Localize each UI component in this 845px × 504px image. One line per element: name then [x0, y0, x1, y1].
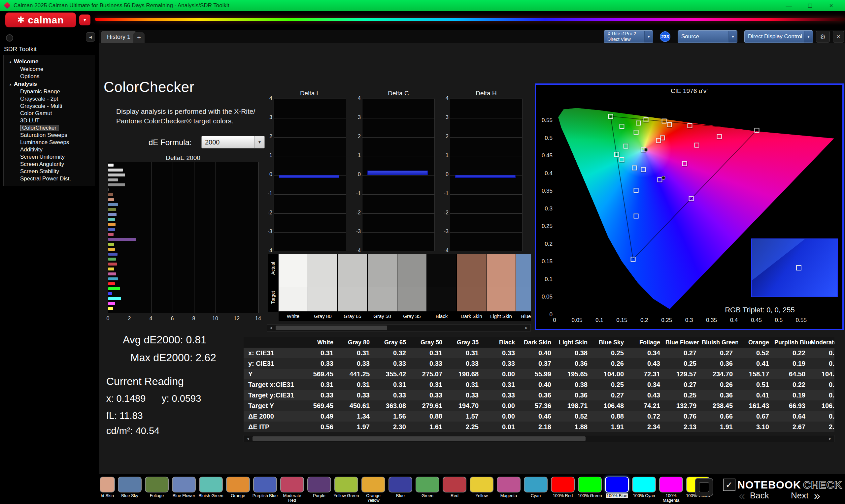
sidebar-item-additivity[interactable]: Additivity [4, 146, 95, 154]
patch-color [632, 476, 656, 492]
table-row-label: Target Y [244, 400, 302, 411]
sidebar-item-screen-uniformity[interactable]: Screen Uniformity [4, 154, 95, 161]
table-cell: 0.36 [702, 358, 738, 369]
sidebar-collapse-button[interactable]: ◄ [86, 32, 95, 41]
table-cell: 0.31 [411, 348, 447, 358]
sidebar-item-3d-lut[interactable]: 3D LUT [4, 117, 95, 124]
swatch-actual [338, 254, 367, 287]
sidebar-item-label: Screen Stability [20, 168, 59, 175]
sidebar-item-saturation-sweeps[interactable]: Saturation Sweeps [4, 132, 95, 139]
sidebar-item-screen-angularity[interactable]: Screen Angularity [4, 161, 95, 168]
next-button[interactable]: Next [791, 490, 808, 501]
scroll-right-icon[interactable]: ► [826, 436, 834, 441]
sidebar-item-options[interactable]: Options [4, 73, 95, 80]
table-cell: 0.66 [702, 411, 738, 421]
sidebar-item-grayscale-2pt[interactable]: Grayscale - 2pt [4, 95, 95, 103]
swatch-scrollbar[interactable]: ◄ ► [267, 324, 531, 331]
table-cell: 1.61 [411, 421, 447, 432]
scroll-left-icon[interactable]: ◄ [244, 436, 252, 441]
target-row-label: Target [268, 283, 278, 312]
close-workspace-button[interactable]: × [833, 31, 844, 42]
scrollbar-track[interactable] [275, 325, 523, 331]
scrollbar-thumb[interactable] [276, 326, 387, 330]
patch-cyan[interactable]: Cyan [523, 476, 549, 503]
back-button[interactable]: Back [750, 490, 769, 501]
patch-purple[interactable]: Purple [306, 476, 332, 503]
meter-dropdown[interactable]: X-Rite i1Pro 2 Direct View ▼ [604, 30, 653, 43]
scroll-right-icon[interactable]: ► [523, 326, 530, 330]
display-control-label: Direct Display Control [745, 33, 804, 40]
close-icon[interactable]: × [827, 2, 835, 9]
deltae-gridline [259, 162, 259, 313]
patch-100-magenta[interactable]: 100% Magenta [658, 476, 684, 503]
meter-reading-badge: 233 [660, 31, 670, 42]
deltae-bar-foliage [108, 208, 116, 211]
sidebar-group-welcome[interactable]: ▴Welcome [4, 58, 95, 66]
sidebar-item-screen-stability[interactable]: Screen Stability [4, 168, 95, 175]
current-fl: fL: 11.83 [106, 410, 143, 421]
patch-ht-skin[interactable]: ht Skin [99, 476, 116, 503]
patch-blue-flower[interactable]: Blue Flower [171, 476, 197, 503]
patch-blue[interactable]: Blue [388, 476, 413, 503]
patch-color [578, 476, 602, 492]
patch-100-cyan[interactable]: 100% Cyan [631, 476, 657, 503]
calman-menu-button[interactable]: ▼ [79, 15, 90, 25]
scrollbar-thumb[interactable] [252, 436, 585, 441]
cie-1976-chart[interactable]: CIE 1976 u'v' 00.050.10.150.20.250.30.35… [535, 84, 844, 330]
maximize-icon[interactable]: □ [806, 2, 814, 9]
patch-foliage[interactable]: Foliage [144, 476, 170, 503]
patch-magenta[interactable]: Magenta [496, 476, 522, 503]
max-de2000: Max dE2000: 2.62 [130, 352, 216, 364]
source-dropdown[interactable]: Source ▼ [677, 30, 737, 43]
delta-gridline [363, 232, 434, 233]
minimize-icon[interactable]: — [785, 2, 793, 9]
sidebar-item-spectral-power-dist[interactable]: Spectral Power Dist. [4, 175, 95, 182]
sidebar-item-label: Grayscale - 2pt [20, 96, 58, 102]
sidebar-item-color-gamut[interactable]: Color Gamut [4, 110, 95, 117]
patch-100-red[interactable]: 100% Red [550, 476, 576, 503]
sidebar-item-grayscale-multi[interactable]: Grayscale - Multi [4, 103, 95, 110]
table-corner [244, 337, 302, 348]
sidebar-item-luminance-sweeps[interactable]: Luminance Sweeps [4, 139, 95, 146]
delta-gridline [363, 194, 434, 195]
calman-logo-text: calman [28, 15, 64, 26]
swatch-target [308, 287, 337, 311]
delta-gridline [274, 232, 346, 233]
sidebar-item-welcome[interactable]: Welcome [4, 66, 95, 73]
settings-gear-button[interactable]: ⚙ [816, 31, 830, 42]
workflow-status-icon[interactable] [6, 34, 13, 41]
sidebar-item-colorchecker[interactable]: ColorChecker [4, 124, 95, 132]
scrollbar-track[interactable] [252, 435, 826, 442]
patch-red[interactable]: Red [442, 476, 468, 503]
add-tab-button[interactable]: + [133, 32, 145, 43]
patch-100-blue[interactable]: 100% Blue [604, 476, 630, 503]
table-cell: 0.33 [339, 390, 375, 400]
table-scrollbar[interactable]: ◄ ► [244, 435, 834, 442]
swatch-target [279, 287, 307, 311]
scroll-left-icon[interactable]: ◄ [267, 326, 275, 330]
table-cell: 66.93 [774, 400, 811, 411]
patch-moderate-red[interactable]: Moderate Red [279, 476, 305, 503]
patch-orange-yellow[interactable]: Orange Yellow [360, 476, 386, 503]
display-control-dropdown[interactable]: Direct Display Control ▼ [744, 30, 813, 43]
cie-point-cyan [619, 157, 624, 162]
table-cell: 0.33 [447, 390, 484, 400]
cie-point-100-red [754, 128, 759, 132]
patch-blue-sky[interactable]: Blue Sky [117, 476, 143, 503]
pattern-window-button[interactable] [695, 478, 713, 497]
patch-green[interactable]: Green [415, 476, 440, 503]
sidebar-item-dynamic-range[interactable]: Dynamic Range [4, 88, 95, 95]
patch-purplish-blue[interactable]: Purplish Blue [252, 476, 278, 503]
de-formula-dropdown[interactable]: 2000 ▼ [201, 136, 265, 148]
source-dropdown-label: Source [678, 33, 728, 40]
patch-100-green[interactable]: 100% Green [577, 476, 603, 503]
patch-yellow[interactable]: Yellow [469, 476, 494, 503]
sidebar-group-analysis[interactable]: ▴Analysis [4, 80, 95, 88]
watermark-text-bold: NOTEBOOK [737, 479, 801, 491]
patch-bluish-green[interactable]: Bluish Green [198, 476, 224, 503]
calman-logo[interactable]: ✱ calman [5, 13, 76, 28]
patch-yellow-green[interactable]: Yellow Green [333, 476, 359, 503]
tab-history-1[interactable]: History 1 [101, 31, 136, 43]
cie-point-100-blue [631, 257, 635, 262]
patch-orange[interactable]: Orange [225, 476, 251, 503]
